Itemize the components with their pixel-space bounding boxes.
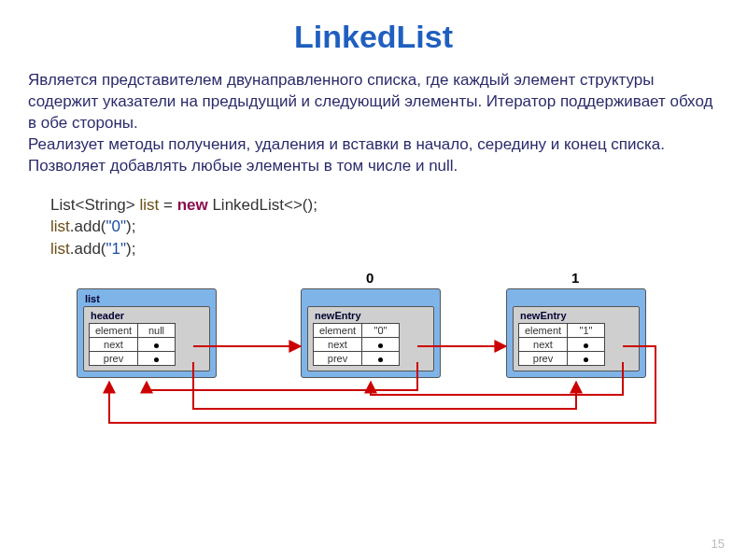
list-node: list header elementnull next prev [77,288,217,378]
field-prev: prev [90,352,138,366]
entry1-next-val [568,338,605,352]
code-line-1: List<String> list = new LinkedList<>(); [50,194,719,217]
header-label: header [91,310,204,321]
header-prev-val [138,352,176,366]
code-line-2: list.add("0"); [50,216,719,238]
entry1-prev-val [568,352,605,366]
code-punct: = [159,196,176,214]
field-next: next [519,338,568,352]
entry-box-0: newEntry element"0" next prev [307,306,434,371]
field-prev: prev [519,352,568,366]
code-method: .add( [70,217,106,235]
code-method: .add( [70,240,106,258]
field-next: next [314,338,362,352]
code-ctor: LinkedList<>(); [208,196,317,214]
pointer-dot [584,343,588,348]
code-punct: ); [126,240,135,258]
newentry-label: newEntry [520,310,634,321]
pointer-dot [154,357,159,362]
pointer-dot [378,357,383,362]
code-keyword-new: new [177,196,208,214]
field-next: next [90,338,138,352]
code-type: List<String> [50,196,135,214]
linkedlist-diagram: 0 1 list header elementnull next prev ne… [21,273,712,432]
code-ident: list [50,240,70,258]
entry0-prev-val [362,352,400,366]
pointer-dot [584,357,588,362]
field-element: element [519,324,568,338]
description-text: Является представителем двунаправленного… [28,70,719,177]
header-element-val: null [138,324,176,338]
list-label: list [85,293,210,304]
field-element: element [314,324,362,338]
pointer-dot [378,343,383,348]
entry-node-1: newEntry element"1" next prev [506,288,646,378]
header-box: header elementnull next prev [83,306,210,371]
entry-box-1: newEntry element"1" next prev [513,306,640,371]
index-label-1: 1 [571,270,579,286]
entry1-element-val: "1" [568,324,605,338]
code-punct: ); [126,217,135,235]
page-number: 15 [712,537,725,551]
entry-node-0: newEntry element"0" next prev [301,288,441,378]
header-fields: elementnull next prev [89,323,176,366]
slide-title: LinkedList [28,19,719,55]
code-line-3: list.add("1"); [50,238,719,260]
newentry-label: newEntry [315,310,429,321]
entry0-next-val [362,338,400,352]
entry0-element-val: "0" [362,324,400,338]
code-string: "0" [106,217,127,235]
code-string: "1" [106,240,127,258]
field-element: element [90,324,138,338]
code-ident: list [50,217,70,235]
entry0-fields: element"0" next prev [313,323,400,366]
code-block: List<String> list = new LinkedList<>(); … [50,194,719,260]
pointer-dot [154,343,159,348]
code-ident: list [139,196,159,214]
index-label-0: 0 [366,270,374,286]
entry1-fields: element"1" next prev [518,323,605,366]
header-next-val [138,338,176,352]
field-prev: prev [314,352,362,366]
